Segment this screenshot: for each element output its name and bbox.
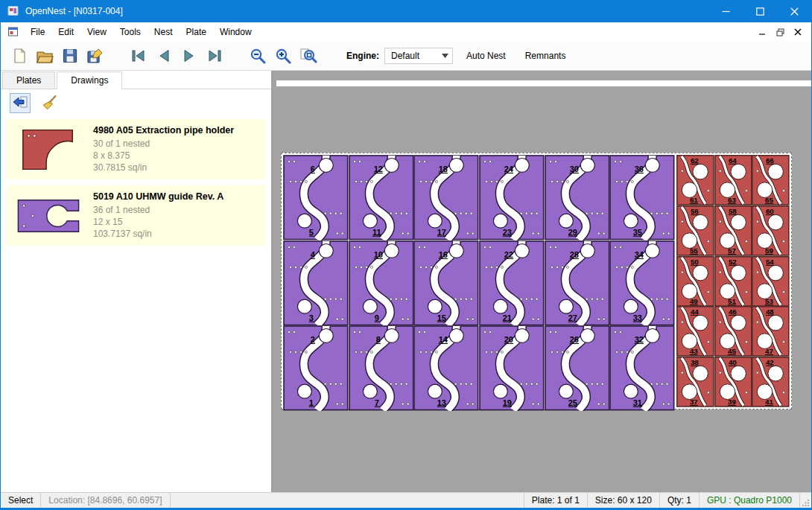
drawing-item-uhmw-guide[interactable]: 5019 A10 UHMW guide Rev. A 36 of 1 neste… — [7, 185, 265, 246]
nest-canvas[interactable]: 65 1211 1817 2423 30 — [272, 71, 811, 492]
svg-text:64: 64 — [729, 156, 737, 165]
minimize-button[interactable] — [708, 0, 743, 22]
save-as-button[interactable] — [83, 44, 108, 68]
document-icon — [7, 26, 19, 38]
nest-part-pair-purple[interactable]: 1817 — [413, 155, 479, 240]
nest-part-pair-red[interactable]: 6261 — [676, 155, 714, 205]
nest-part-pair-purple[interactable]: 109 — [349, 240, 414, 326]
nest-part-pair-purple[interactable]: 3433 — [609, 240, 675, 326]
status-gpu: GPU : Quadro P1000 — [699, 493, 799, 508]
svg-text:42: 42 — [766, 358, 774, 366]
window-title: OpenNest - [N0317-004] — [25, 6, 123, 16]
mdi-minimize-button[interactable] — [755, 25, 770, 39]
nest-part-pair-purple[interactable]: 2827 — [545, 240, 610, 326]
nest-part-pair-red[interactable]: 5049 — [676, 256, 714, 307]
svg-text:47: 47 — [765, 347, 773, 355]
mdi-restore-icon — [776, 28, 784, 36]
clear-button[interactable] — [39, 93, 60, 113]
zoom-in-button[interactable] — [270, 44, 296, 68]
nest-part-pair-purple[interactable]: 2221 — [479, 240, 545, 326]
resize-grip[interactable] — [799, 493, 811, 508]
nest-part-pair-purple[interactable]: 87 — [349, 325, 414, 411]
svg-text:6: 6 — [311, 165, 315, 173]
nest-part-pair-red[interactable]: 6665 — [752, 155, 790, 205]
nest-part-pair-red[interactable]: 4241 — [752, 357, 790, 407]
menu-plate[interactable]: Plate — [180, 24, 213, 40]
svg-text:66: 66 — [766, 156, 774, 165]
nest-part-pair-red[interactable]: 6463 — [714, 155, 752, 205]
svg-text:50: 50 — [691, 257, 699, 265]
engine-select[interactable]: Default — [384, 48, 453, 64]
nest-part-pair-purple[interactable]: 1211 — [349, 155, 414, 240]
new-button[interactable] — [7, 44, 32, 68]
nest-part-pair-purple[interactable]: 3231 — [609, 325, 675, 411]
purple-grid: 65 1211 1817 2423 30 — [283, 155, 675, 407]
drawing-thumbnail — [14, 194, 83, 238]
nav-next-button[interactable] — [177, 44, 202, 68]
svg-text:18: 18 — [439, 165, 448, 173]
nest-part-pair-red[interactable]: 5251 — [714, 256, 752, 307]
close-button[interactable] — [777, 0, 811, 22]
svg-text:38: 38 — [691, 358, 699, 366]
nest-part-pair-red[interactable]: 3837 — [676, 357, 714, 407]
save-icon — [62, 48, 78, 64]
remnants-button[interactable]: Remnants — [519, 51, 572, 61]
menu-view[interactable]: View — [80, 24, 113, 40]
open-button[interactable] — [32, 44, 57, 68]
nest-part-pair-purple[interactable]: 1615 — [413, 240, 479, 326]
nav-first-button[interactable] — [126, 44, 151, 68]
nest-part-pair-purple[interactable]: 3029 — [545, 155, 610, 240]
nest-part-pair-red[interactable]: 4039 — [714, 357, 752, 407]
nest-part-pair-purple[interactable]: 1413 — [413, 325, 479, 411]
mdi-restore-button[interactable] — [773, 25, 787, 39]
app-icon — [7, 5, 19, 17]
nest-part-pair-red[interactable]: 5453 — [752, 256, 790, 307]
nest-part-pair-red[interactable]: 4645 — [714, 306, 752, 357]
drawing-item-extraction-pipe-holder[interactable]: 4980 A05 Extraction pipe holder 30 of 1 … — [7, 119, 265, 179]
svg-text:8: 8 — [375, 335, 380, 344]
nest-part-pair-purple[interactable]: 43 — [283, 240, 349, 326]
engine-value: Default — [391, 51, 442, 61]
menu-nest[interactable]: Nest — [148, 24, 180, 40]
drawing-title: 5019 A10 UHMW guide Rev. A — [93, 191, 223, 202]
nest-part-pair-purple[interactable]: 2423 — [479, 155, 545, 240]
menu-window[interactable]: Window — [213, 24, 258, 40]
menu-edit[interactable]: Edit — [51, 24, 80, 40]
mdi-minimize-icon — [758, 28, 766, 36]
svg-text:24: 24 — [504, 165, 514, 173]
mdi-close-button[interactable] — [790, 25, 805, 39]
tab-plates[interactable]: Plates — [2, 71, 55, 89]
nav-prev-button[interactable] — [151, 44, 177, 68]
zoom-fit-button[interactable] — [296, 44, 321, 68]
svg-text:48: 48 — [766, 307, 774, 316]
open-icon — [36, 48, 54, 64]
nest-part-pair-red[interactable]: 6059 — [752, 205, 790, 256]
drawing-size: 8 x 8.375 — [93, 150, 234, 162]
menu-tools[interactable]: Tools — [113, 24, 148, 40]
auto-nest-button[interactable]: Auto Nest — [460, 51, 512, 61]
purple-part-thumbnail-icon — [15, 194, 82, 238]
drawing-nested-count: 30 of 1 nested — [93, 138, 234, 150]
save-button[interactable] — [57, 44, 83, 68]
svg-text:17: 17 — [437, 228, 446, 237]
zoom-out-icon — [249, 47, 267, 65]
nest-part-pair-purple[interactable]: 3635 — [609, 155, 675, 240]
nest-part-pair-red[interactable]: 4443 — [676, 306, 714, 357]
nest-part-pair-purple[interactable]: 2019 — [479, 325, 545, 411]
import-drawing-button[interactable] — [10, 93, 31, 113]
maximize-button[interactable] — [743, 0, 777, 22]
nav-last-button[interactable] — [202, 44, 227, 68]
nest-part-pair-red[interactable]: 5857 — [714, 205, 752, 256]
drawing-area: 103.7137 sq/in — [93, 228, 223, 240]
menu-file[interactable]: File — [24, 24, 51, 40]
nest-part-pair-purple[interactable]: 65 — [283, 155, 349, 240]
nest-part-pair-purple[interactable]: 21 — [283, 325, 349, 411]
nest-part-pair-purple[interactable]: 2625 — [545, 325, 610, 411]
mdi-window-controls — [755, 25, 811, 39]
tab-drawings[interactable]: Drawings — [57, 71, 122, 89]
nest-part-pair-red[interactable]: 5655 — [676, 205, 714, 256]
tabstrip: Plates Drawings — [1, 71, 271, 89]
nest-part-pair-red[interactable]: 4847 — [752, 306, 790, 357]
svg-text:59: 59 — [765, 246, 773, 255]
zoom-out-button[interactable] — [245, 44, 270, 68]
